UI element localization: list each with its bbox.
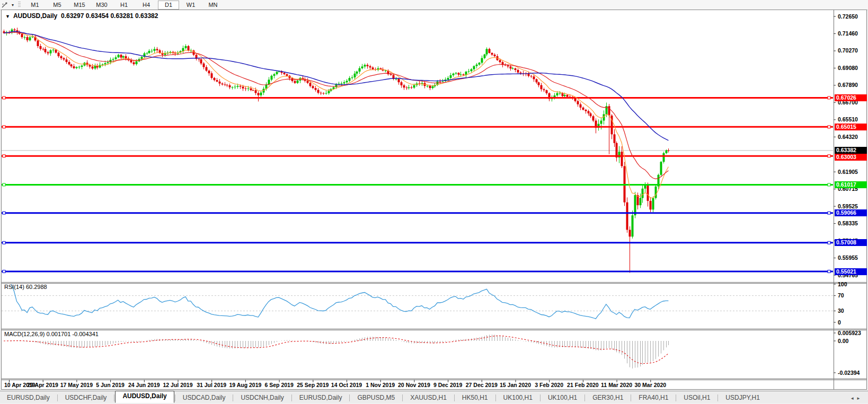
chart-tab-uk100-h1[interactable]: UK100,H1 <box>541 392 584 403</box>
tab-divider <box>495 394 496 401</box>
chart-tab-fra40-h1[interactable]: FRA40,H1 <box>632 392 675 403</box>
chart-tab-usdcnh-daily[interactable]: USDCNH,Daily <box>234 392 290 403</box>
line-handle[interactable] <box>828 241 830 244</box>
tab-scroll-arrows: ◄► <box>850 396 863 401</box>
mt4-window: ▾ M1M5M15M30H1H4D1W1MN ▼AUDUSD,Daily 0.6… <box>0 0 868 404</box>
line-handle[interactable] <box>3 270 5 273</box>
line-handle[interactable] <box>828 126 830 128</box>
line-handle[interactable] <box>3 96 5 99</box>
line-handle[interactable] <box>3 212 5 214</box>
chart-tab-uk100-h1[interactable]: UK100,H1 <box>497 392 539 403</box>
chart-tab-bar: EURUSD,DailyUSDCHF,DailyAUDUSD,DailyUSDC… <box>0 391 868 403</box>
tab-divider <box>718 394 718 401</box>
tab-divider <box>631 394 631 401</box>
line-handle[interactable] <box>3 126 5 128</box>
tab-divider <box>584 394 585 401</box>
line-handle[interactable] <box>828 212 830 214</box>
chart-tab-audusd-daily[interactable]: AUDUSD,Daily <box>115 391 174 403</box>
line-handle[interactable] <box>828 96 830 99</box>
tab-divider <box>349 394 350 401</box>
line-handle[interactable] <box>3 241 5 244</box>
chart-tab-xauusd-h1[interactable]: XAUUSD,H1 <box>403 392 454 403</box>
chart-tab-usoil-h1[interactable]: USOil,H1 <box>677 392 717 403</box>
chart-tab-gbpusd-m5[interactable]: GBPUSD,M5 <box>350 392 402 403</box>
line-handle[interactable] <box>828 270 830 273</box>
chart-tab-eurusd-daily[interactable]: EURUSD,Daily <box>0 392 57 403</box>
tab-divider <box>57 394 58 401</box>
tab-divider <box>402 394 403 401</box>
tab-divider <box>233 394 233 401</box>
chart-tab-usdjpy-h1[interactable]: USDJPY,H1 <box>719 392 766 403</box>
tab-divider <box>175 394 175 401</box>
tab-scroll-right-icon[interactable]: ► <box>856 396 863 401</box>
chart-canvas[interactable] <box>0 0 868 404</box>
tab-divider <box>540 394 541 401</box>
chart-tab-usdcad-daily[interactable]: USDCAD,Daily <box>176 392 233 403</box>
tab-divider <box>291 394 292 401</box>
tab-divider <box>454 394 455 401</box>
chart-tab-ger30-h1[interactable]: GER30,H1 <box>586 392 630 403</box>
line-handle[interactable] <box>3 155 5 157</box>
chart-tab-eurusd-daily[interactable]: EURUSD,Daily <box>293 392 349 403</box>
tab-divider <box>676 394 676 401</box>
chart-tab-usdchf-daily[interactable]: USDCHF,Daily <box>58 392 114 403</box>
tab-scroll-left-icon[interactable]: ◄ <box>850 396 856 401</box>
line-handle[interactable] <box>828 155 830 157</box>
chart-tab-hk50-h1[interactable]: HK50,H1 <box>455 392 495 403</box>
line-handle[interactable] <box>828 183 830 186</box>
tab-divider <box>114 394 114 401</box>
line-handle[interactable] <box>3 183 5 186</box>
